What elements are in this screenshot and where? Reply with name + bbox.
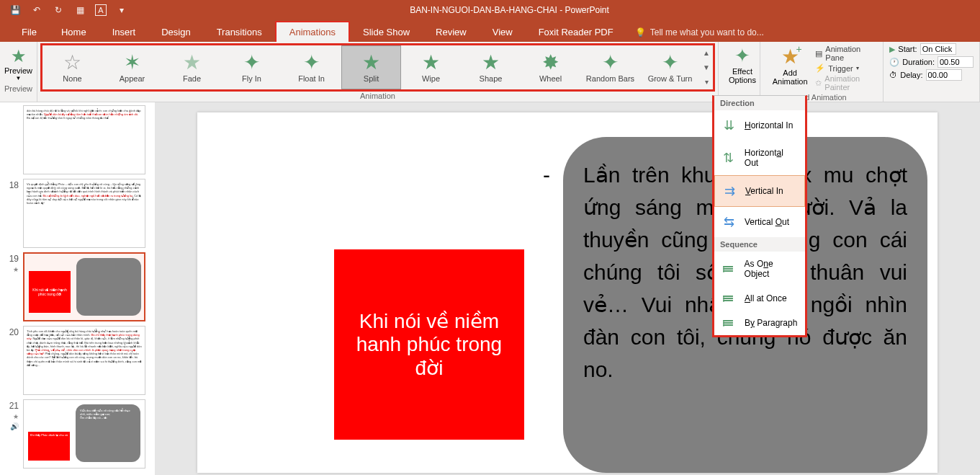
thumbnail-19[interactable]: 19★ Khi nói về niềm hạnh phúc trong đời — [3, 252, 152, 321]
star-icon: ✦ — [243, 53, 260, 73]
thumbnail-slide[interactable]: Tình yêu con đã khiến cho người đàn bà h… — [23, 326, 145, 395]
qat-more-icon[interactable]: ▾ — [115, 4, 128, 17]
gallery-more-icon[interactable]: ▾ — [705, 78, 709, 86]
document-title: BAN-IN-NGUOI-DAN-BA-HANG-CHAI - PowerPoi… — [128, 5, 891, 15]
undo-icon[interactable]: ↶ — [30, 4, 43, 17]
option-horizontal-out[interactable]: ⇅ Horizontal Out — [714, 141, 805, 175]
option-vertical-in[interactable]: ⇉ Vertical In — [714, 175, 805, 207]
thumbnail-slide[interactable]: Và quyết định gửi thằng Phác – đứa con c… — [23, 179, 145, 248]
timing-group: ▶ Start: 🕐 Duration: ⏱ Delay: — [884, 42, 980, 102]
save-icon[interactable]: 💾 — [9, 4, 22, 17]
start-label: Start: — [898, 45, 917, 53]
tab-slideshow[interactable]: Slide Show — [350, 22, 423, 42]
ribbon-tabs: File Home Insert Design Transitions Anim… — [0, 20, 980, 42]
duration-input[interactable] — [938, 56, 974, 68]
animation-indicator-icon: ★ — [13, 413, 19, 420]
tab-insert[interactable]: Insert — [99, 22, 149, 42]
workspace: đàn bà hàng chài đã rất lo lắng và sợ hã… — [0, 102, 980, 475]
scroll-down-icon[interactable]: ▼ — [703, 63, 710, 71]
redo-icon[interactable]: ↻ — [52, 4, 65, 17]
all-at-once-icon — [720, 296, 737, 301]
clock-icon: 🕐 — [889, 58, 899, 67]
preview-group: ★ Preview ▼ Preview — [0, 42, 37, 102]
option-all-at-once[interactable]: All at Once — [714, 286, 805, 311]
font-icon[interactable]: A — [95, 4, 107, 16]
anim-shape[interactable]: ★Shape — [461, 45, 521, 89]
play-icon: ▶ — [889, 45, 895, 54]
tab-file[interactable]: File — [10, 22, 48, 42]
slide-thumbnail-panel[interactable]: đàn bà hàng chài đã rất lo lắng và sợ hã… — [0, 102, 155, 475]
vertical-out-icon: ⇆ — [720, 214, 737, 230]
star-icon: ★ — [183, 53, 201, 73]
option-as-one-object[interactable]: As One Object — [714, 252, 805, 286]
anim-split[interactable]: ★Split — [341, 45, 401, 89]
add-animation-icon: ★+ — [781, 45, 799, 68]
thumbnail-slide[interactable]: Khi thấy Phác đánh lại cha và Vừa đau đớ… — [23, 399, 145, 469]
animation-pane-button[interactable]: ▤Animation Pane — [815, 45, 874, 62]
anim-fade[interactable]: ★Fade — [162, 45, 222, 89]
preview-star-icon: ★ — [11, 46, 27, 66]
thumbnail-17[interactable]: đàn bà hàng chài đã rất lo lắng và sợ hã… — [3, 105, 152, 174]
start-from-beginning-icon[interactable]: ▦ — [73, 4, 86, 17]
star-icon: ☆ — [63, 53, 81, 73]
preview-label: Preview — [4, 66, 32, 75]
thumbnail-21[interactable]: 21★🔊 Khi thấy Phác đánh lại cha và Vừa đ… — [3, 399, 152, 469]
delay-input[interactable] — [926, 69, 962, 81]
painter-icon: ✩ — [815, 79, 822, 88]
tab-transitions[interactable]: Transitions — [204, 22, 275, 42]
trigger-button[interactable]: ⚡Trigger▾ — [815, 63, 874, 73]
ribbon: ★ Preview ▼ Preview ☆None ✶Appear ★Fade … — [0, 42, 980, 102]
sequence-header: Sequence — [714, 237, 805, 252]
anim-growturn[interactable]: ✦Grow & Turn — [640, 45, 700, 89]
anim-randombars[interactable]: ✦Random Bars — [580, 45, 640, 89]
anim-floatin[interactable]: ✦Float In — [282, 45, 341, 89]
anim-flyin[interactable]: ✦Fly In — [222, 45, 282, 89]
slide-canvas[interactable]: Khi nói về niềm hanh phúc trong đời - Lầ… — [155, 102, 980, 475]
tab-foxit[interactable]: Foxit Reader PDF — [526, 22, 626, 42]
star-icon: ★ — [362, 53, 380, 73]
anim-wheel[interactable]: ✸Wheel — [521, 45, 580, 89]
duration-label: Duration: — [902, 58, 935, 66]
quick-access-toolbar: 💾 ↶ ↻ ▦ A ▾ — [3, 4, 128, 17]
animation-group: ☆None ✶Appear ★Fade ✦Fly In ✦Float In ★S… — [37, 42, 719, 102]
option-by-paragraph[interactable]: By Paragraph — [714, 311, 805, 335]
duration-row: 🕐 Duration: — [889, 56, 974, 68]
preview-button[interactable]: ★ Preview ▼ — [3, 43, 34, 84]
bullet-dash: - — [543, 159, 550, 191]
start-input[interactable] — [920, 43, 956, 55]
effect-options-group: ✦ Effect Options — [719, 42, 760, 102]
option-horizontal-in[interactable]: ⇊ Horizontal In — [714, 110, 805, 141]
tab-animations[interactable]: Animations — [275, 21, 350, 42]
preview-group-label: Preview — [3, 84, 34, 94]
animation-indicator-icon: ★ — [13, 266, 19, 273]
effect-options-dropdown: Direction ⇊ Horizontal In ⇅ Horizontal O… — [712, 95, 807, 337]
advanced-animation-group: ★+ Add Animation ▤Animation Pane ⚡Trigge… — [760, 42, 884, 102]
tell-me-text: Tell me what you want to do... — [650, 27, 764, 37]
current-slide[interactable]: Khi nói về niềm hanh phúc trong đời - Lầ… — [197, 112, 938, 473]
tab-design[interactable]: Design — [148, 22, 203, 42]
vertical-in-icon: ⇉ — [721, 183, 738, 199]
dropdown-arrow-icon: ▾ — [856, 65, 859, 71]
anim-appear[interactable]: ✶Appear — [102, 45, 162, 89]
anim-none[interactable]: ☆None — [42, 45, 102, 89]
tab-view[interactable]: View — [480, 22, 526, 42]
tab-review[interactable]: Review — [423, 22, 480, 42]
add-animation-button[interactable]: ★+ Add Animation — [769, 45, 811, 92]
thumbnail-slide[interactable]: đàn bà hàng chài đã rất lo lắng và sợ hã… — [23, 105, 145, 174]
anim-wipe[interactable]: ★Wipe — [401, 45, 461, 89]
option-vertical-out[interactable]: ⇆ Vertical Out — [714, 207, 805, 237]
thumbnail-slide-active[interactable]: Khi nói về niềm hạnh phúc trong đời — [23, 252, 145, 321]
pane-icon: ▤ — [815, 49, 822, 58]
thumbnail-18[interactable]: 18 Và quyết định gửi thằng Phác – đứa co… — [3, 179, 152, 248]
star-icon: ✦ — [662, 53, 678, 73]
gallery-scroll[interactable]: ▲ ▼ ▾ — [700, 45, 713, 89]
direction-header: Direction — [714, 96, 805, 110]
star-icon: ✶ — [124, 53, 140, 73]
slide-red-textbox[interactable]: Khi nói về niềm hanh phúc trong đời — [334, 249, 524, 440]
delay-icon: ⏱ — [889, 71, 897, 79]
tab-home[interactable]: Home — [48, 22, 99, 42]
thumbnail-20[interactable]: 20 Tình yêu con đã khiến cho người đàn b… — [3, 326, 152, 395]
tell-me[interactable]: 💡 Tell me what you want to do... — [626, 23, 773, 42]
scroll-up-icon[interactable]: ▲ — [703, 49, 710, 57]
effect-options-button[interactable]: ✦ Effect Options — [721, 43, 763, 86]
